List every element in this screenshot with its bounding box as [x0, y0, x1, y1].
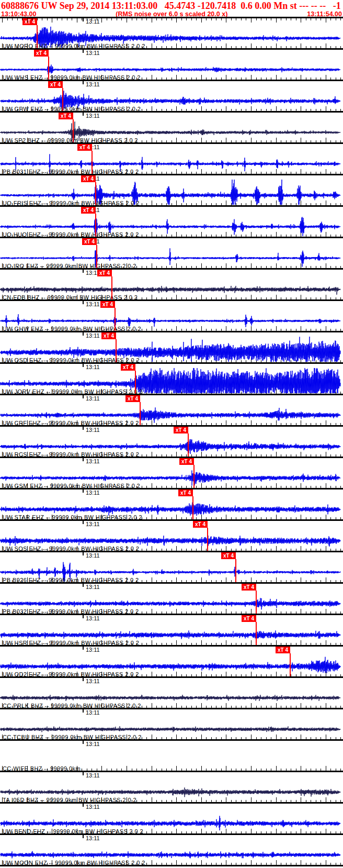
trace-row-star[interactable]: 13:11 xT 4 UW STAR EHZ -- 99999.0km BW H… [0, 489, 343, 521]
station-label: UW SP2 BHZ -- 99999.0km BW HIGHPASS 2.0 … [3, 137, 138, 143]
pick-flag[interactable]: xT 4 [59, 113, 73, 119]
pick-flag[interactable]: xT 4 [101, 332, 116, 339]
pick-flag[interactable]: xT 4 [174, 427, 188, 433]
trace-row-sqs[interactable]: 13:11 xT 4 UW SQS EHZ -- 99999.0km BW HI… [0, 521, 343, 552]
trace-row-whs[interactable]: 13:11 xT 4 UW WHS EHZ -- 99999.0km BW HI… [0, 50, 343, 81]
trace-row-prlk[interactable]: 13:11 CC PRLK BHZ -- 99999.0km BW HIGHPA… [0, 678, 343, 709]
trace-row-b032[interactable]: 13:11 xT 4 PB B032 EHZ -- 99999.0km BW H… [0, 584, 343, 615]
trace-row-sp2[interactable]: 13:11 xT 4 UW SP2 BHZ -- 99999.0km BW HI… [0, 113, 343, 144]
time-window-bar: 13:10:43.00 (RMS noise over 6.0 s scaled… [1, 11, 342, 18]
trace-row-gsm[interactable]: 13:11 xT 4 UW GSM EHZ -- 99999.0km BW HI… [0, 458, 343, 489]
pick-flag[interactable]: xT 4 [82, 238, 97, 245]
pick-flag[interactable]: xT 4 [193, 521, 208, 528]
station-label: TA I05D BHZ -- 99999.0km BW HIGHPASS 2.0… [3, 797, 136, 803]
pick-line[interactable] [111, 276, 112, 299]
window-start-time: 13:10:43.00 [1, 11, 36, 18]
pick-line[interactable] [73, 119, 74, 142]
pick-line[interactable] [116, 339, 117, 362]
station-label: UW HSR EHZ -- 99999.0km BW HIGHPASS 2.0 … [3, 640, 139, 646]
trace-row-moro[interactable]: 13:11 xT 4 UW MORO EHZ -- 99999.0km BW H… [0, 18, 343, 50]
seismogram-list[interactable]: 13:11 xT 4 UW MORO EHZ -- 99999.0km BW H… [0, 18, 343, 866]
pick-line[interactable] [62, 88, 63, 111]
trace-row-jorv[interactable]: 13:11 xT 4 UW JORV EHZ -- 99999.0km BW H… [0, 364, 343, 395]
station-label: PB B032 EHZ -- 99999.0km BW HIGHPASS 2.0… [3, 608, 139, 615]
station-label: UW OSD EHZ -- 99999.0km BW HIGHPASS 2.0 … [3, 357, 140, 363]
pick-line[interactable] [37, 25, 38, 48]
pick-flag[interactable]: xT 4 [125, 395, 140, 402]
pick-line[interactable] [95, 182, 96, 205]
station-label: UW SQS EHZ -- 99999.0km BW HIGHPASS 2.0 … [3, 546, 139, 552]
pick-flag[interactable]: xT 4 [100, 301, 115, 308]
station-label: UO IRO EHZ -- 99999.0km BW HIGHPASS 2.0 … [3, 263, 136, 269]
pick-line[interactable] [92, 151, 93, 174]
minute-tick [83, 741, 84, 744]
station-label: UO FRIS EHZ -- 99999.0km BW HIGHPASS 2.0… [3, 200, 140, 206]
trace-row-bend[interactable]: 13:11 UW BEND EHZ -- 99999.0km BW HIGHPA… [0, 804, 343, 835]
pick-flag[interactable]: xT 4 [34, 50, 49, 57]
station-label: UW CRF EHZ -- 99999.0km BW HIGHPASS 2.0 … [3, 420, 139, 426]
pick-line[interactable] [140, 402, 141, 425]
station-label: UW STAR EHZ -- 99999.0km BW HIGHPASS 2.0… [3, 514, 142, 520]
pick-flag[interactable]: xT 4 [77, 144, 92, 151]
trace-row-gpw[interactable]: 13:11 xT 4 UW GPW EHZ -- 99999.0km BW HI… [0, 81, 343, 113]
pick-flag[interactable]: xT 4 [276, 647, 290, 653]
pick-flag[interactable]: xT 4 [178, 489, 193, 496]
station-label: PB B926 EHZ -- 99999.0km BW HIGHPASS 2.0… [3, 577, 139, 583]
station-label: CN EDB BHZ -- 99999.0km BW HIGHPASS 2.0 … [3, 294, 138, 301]
station-label: UW OD2 EHZ -- 99999.0km BW HIGHPASS 2.0 … [3, 671, 139, 677]
pick-line[interactable] [256, 622, 257, 645]
trace-row-hsr[interactable]: 13:11 xT 4 UW HSR EHZ -- 99999.0km BW HI… [0, 615, 343, 647]
trace-row-tcbu[interactable]: 13:11 CC TCBU BHZ -- 99999.0km BW HIGHPA… [0, 709, 343, 741]
station-label: CC TCBU BHZ -- 99999.0km BW HIGHPASS 2.0… [3, 734, 142, 740]
pick-line[interactable] [135, 371, 136, 394]
trace-row-i05d[interactable]: 13:11 TA I05D BHZ -- 99999.0km BW HIGHPA… [0, 772, 343, 804]
pick-line[interactable] [235, 559, 236, 582]
trace-row-fris[interactable]: 13:11 xT 4 UO FRIS EHZ -- 99999.0km BW H… [0, 175, 343, 207]
trace-row-edb[interactable]: 13:11 xT 4 CN EDB BHZ -- 99999.0km BW HI… [0, 270, 343, 301]
station-label: UW RCS EHZ -- 99999.0km BW HIGHPASS 2.0 … [3, 451, 139, 458]
trace-row-b031[interactable]: 13:11 xT 4 PB B031 EHZ -- 99999.0km BW H… [0, 144, 343, 175]
trace-row-wife[interactable]: 13:11 CC WIFE BHZ -- 99999.0km [0, 741, 343, 772]
pick-flag[interactable]: xT 4 [121, 364, 135, 371]
trace-row-od2[interactable]: 13:11 xT 4 UW OD2 EHZ -- 99999.0km BW HI… [0, 647, 343, 678]
pick-flag[interactable]: xT 4 [179, 458, 194, 465]
station-label: UO HUQ EHZ -- 99999.0km BW HIGHPASS 2.0 … [3, 231, 139, 238]
pick-line[interactable] [192, 496, 193, 519]
station-label: UW JORV EHZ -- 99999.0km BW HIGHPASS 2.0… [3, 388, 143, 395]
trace-row-rcs[interactable]: 13:11 xT 4 UW RCS EHZ -- 99999.0km BW HI… [0, 427, 343, 458]
event-summary-line: 60888676 UW Sep 29, 2014 13:11:03.00 45.… [1, 1, 342, 11]
station-label: UW GHW EHZ -- 99999.0km BW HIGHPASS 2.0 … [3, 326, 141, 332]
pick-flag[interactable]: xT 4 [81, 207, 96, 214]
station-label: CC WIFE BHZ -- 99999.0km [3, 765, 81, 772]
pick-line[interactable] [115, 308, 116, 331]
pick-line[interactable] [290, 653, 291, 676]
pick-line[interactable] [193, 465, 195, 488]
minute-label: 13:11 [86, 741, 100, 747]
pick-flag[interactable]: xT 4 [242, 615, 256, 622]
trace-row-iro[interactable]: 13:11 xT 4 UO IRO EHZ -- 99999.0km BW HI… [0, 238, 343, 270]
pick-flag[interactable]: xT 4 [242, 584, 256, 591]
trace-row-ghw[interactable]: 13:11 xT 4 UW GHW EHZ -- 99999.0km BW HI… [0, 301, 343, 332]
pick-flag[interactable]: xT 4 [97, 270, 112, 276]
window-end-time: 13:11:54.00 [307, 11, 342, 18]
pick-line[interactable] [188, 433, 189, 457]
pick-flag[interactable]: xT 4 [22, 18, 37, 25]
pick-line[interactable] [207, 528, 208, 551]
pick-flag[interactable]: xT 4 [48, 81, 63, 88]
pick-line[interactable] [256, 591, 257, 614]
trace-row-crf[interactable]: 13:11 xT 4 UW CRF EHZ -- 99999.0km BW HI… [0, 395, 343, 427]
trace-row-moon[interactable]: 13:11 UW MOON EHZ -- 99999.0km BW HIGHPA… [0, 835, 343, 866]
station-label: UW GSM EHZ -- 99999.0km BW HIGHPASS 2.0 … [3, 483, 140, 489]
pick-line[interactable] [96, 245, 97, 268]
rms-scaling-note: (RMS noise over 6.0 s scaled 20.0 x) [116, 11, 227, 18]
station-label: UW GPW EHZ -- 99999.0km BW HIGHPASS 2.0 … [3, 106, 141, 112]
pick-line[interactable] [48, 57, 49, 80]
station-label: CC PRLK BHZ -- 99999.0km BW HIGHPASS 2.0… [3, 703, 141, 709]
trace-row-b926[interactable]: 13:11 xT 4 PB B926 EHZ -- 99999.0km BW H… [0, 552, 343, 584]
pick-flag[interactable]: xT 4 [81, 175, 96, 182]
trace-row-huq[interactable]: 13:11 xT 4 UO HUQ EHZ -- 99999.0km BW HI… [0, 207, 343, 238]
station-label: UW MOON EHZ -- 99999.0km BW HIGHPASS 2.0… [3, 860, 145, 866]
pick-flag[interactable]: xT 4 [221, 552, 236, 559]
trace-row-osd[interactable]: 13:11 xT 4 UW OSD EHZ -- 99999.0km BW HI… [0, 332, 343, 364]
pick-line[interactable] [95, 214, 96, 237]
